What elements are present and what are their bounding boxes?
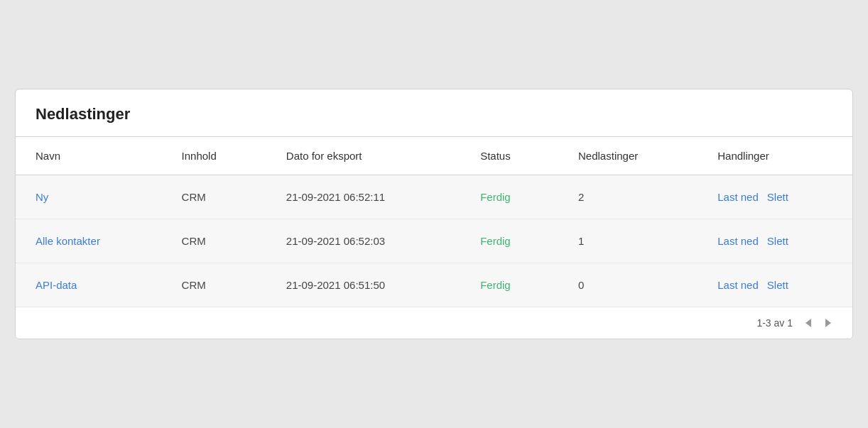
col-status: Status xyxy=(460,137,558,175)
row-1-last-ned-button[interactable]: Last ned xyxy=(717,235,759,247)
row-2-slett-button[interactable]: Slett xyxy=(767,279,788,291)
table-row: API-dataCRM21-09-2021 06:51:50Ferdig0Las… xyxy=(16,263,852,307)
main-card: Nedlastinger Navn Innhold Dato for ekspo… xyxy=(15,89,853,339)
pagination-bar: 1-3 av 1 xyxy=(16,307,852,339)
card-header: Nedlastinger xyxy=(16,89,852,137)
row-0-status: Ferdig xyxy=(480,191,511,203)
table-container: Navn Innhold Dato for eksport Status Ned… xyxy=(16,137,852,307)
pagination-info: 1-3 av 1 xyxy=(756,317,793,329)
page-title: Nedlastinger xyxy=(36,105,832,124)
table-body: NyCRM21-09-2021 06:52:11Ferdig2Last nedS… xyxy=(16,175,852,307)
downloads-table: Navn Innhold Dato for eksport Status Ned… xyxy=(16,137,852,307)
chevron-right-icon xyxy=(825,319,831,327)
row-0-last-ned-button[interactable]: Last ned xyxy=(717,191,759,203)
row-1-name-link[interactable]: Alle kontakter xyxy=(36,235,100,247)
row-1-innhold: CRM xyxy=(162,219,266,263)
row-1-dato: 21-09-2021 06:52:03 xyxy=(266,219,460,263)
row-2-innhold: CRM xyxy=(162,263,266,307)
row-1-navn: Alle kontakter xyxy=(16,219,162,263)
row-0-handlinger: Last nedSlett xyxy=(698,175,852,219)
row-2-nedlastinger-count: 0 xyxy=(558,263,698,307)
next-page-button[interactable] xyxy=(821,317,835,329)
row-1-nedlastinger-count: 1 xyxy=(558,219,698,263)
row-2-navn: API-data xyxy=(16,263,162,307)
row-0-name-link[interactable]: Ny xyxy=(36,191,48,203)
row-0-nedlastinger-count: 2 xyxy=(558,175,698,219)
prev-page-button[interactable] xyxy=(801,317,815,329)
row-0-slett-button[interactable]: Slett xyxy=(767,191,788,203)
row-0-status-cell: Ferdig xyxy=(460,175,558,219)
row-1-handlinger: Last nedSlett xyxy=(698,219,852,263)
chevron-left-icon xyxy=(805,319,811,327)
row-0-innhold: CRM xyxy=(162,175,266,219)
row-1-status-cell: Ferdig xyxy=(460,219,558,263)
table-row: Alle kontakterCRM21-09-2021 06:52:03Ferd… xyxy=(16,219,852,263)
row-1-slett-button[interactable]: Slett xyxy=(767,235,788,247)
table-header: Navn Innhold Dato for eksport Status Ned… xyxy=(16,137,852,175)
row-0-dato: 21-09-2021 06:52:11 xyxy=(266,175,460,219)
col-nedlastinger: Nedlastinger xyxy=(558,137,698,175)
row-0-navn: Ny xyxy=(16,175,162,219)
row-2-handlinger: Last nedSlett xyxy=(698,263,852,307)
col-handlinger: Handlinger xyxy=(698,137,852,175)
col-dato: Dato for eksport xyxy=(266,137,460,175)
header-row: Navn Innhold Dato for eksport Status Ned… xyxy=(16,137,852,175)
row-2-dato: 21-09-2021 06:51:50 xyxy=(266,263,460,307)
row-2-name-link[interactable]: API-data xyxy=(36,279,77,291)
row-2-last-ned-button[interactable]: Last ned xyxy=(717,279,759,291)
col-innhold: Innhold xyxy=(162,137,266,175)
table-row: NyCRM21-09-2021 06:52:11Ferdig2Last nedS… xyxy=(16,175,852,219)
row-2-status: Ferdig xyxy=(480,279,511,291)
row-1-status: Ferdig xyxy=(480,235,511,247)
col-navn: Navn xyxy=(16,137,162,175)
row-2-status-cell: Ferdig xyxy=(460,263,558,307)
